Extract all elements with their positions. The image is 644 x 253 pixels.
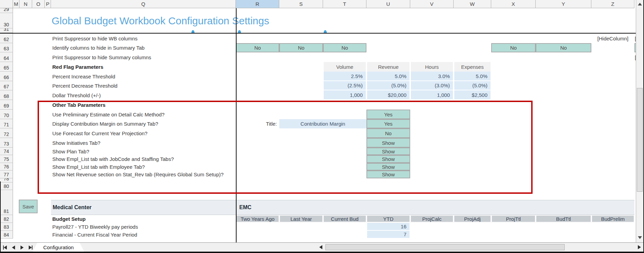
cell-T68[interactable]: 1,000 — [323, 90, 366, 100]
cell-W66[interactable]: 5.0% — [454, 72, 491, 81]
row-header-80[interactable]: 80 — [0, 182, 13, 190]
scroll-left-icon[interactable] — [319, 245, 322, 249]
row-header-84[interactable]: 84 — [0, 231, 13, 239]
cell-Q82[interactable]: Budget Setup — [51, 215, 236, 223]
column-header-T[interactable]: T — [323, 0, 366, 8]
scroll-right-icon[interactable] — [638, 245, 641, 249]
cell-Q83[interactable]: Payroll27 - YTD Biweekly pay periods — [51, 223, 236, 231]
last-sheet-button[interactable] — [28, 245, 33, 250]
row-header-64[interactable]: 64 — [0, 52, 13, 62]
cell-V66[interactable]: 3.0% — [410, 72, 454, 81]
row-header-78[interactable]: 78 — [0, 178, 13, 182]
row-header-31[interactable]: 31 — [0, 28, 13, 33]
row-header-77[interactable]: 77 — [0, 170, 13, 178]
row-header-74[interactable]: 74 — [0, 148, 13, 155]
cell-X82[interactable]: ProjTtl — [491, 215, 536, 223]
cell-Q68[interactable]: Dollar Threshold (+/-) — [51, 90, 236, 100]
cell-U66[interactable]: 5.0% — [366, 72, 410, 81]
scroll-down-icon[interactable] — [638, 236, 642, 239]
cell-T67[interactable]: (2.5%) — [323, 81, 366, 90]
previous-sheet-button[interactable] — [11, 245, 16, 250]
column-header-W[interactable]: W — [454, 0, 491, 8]
row-header-70[interactable]: 70 — [0, 110, 13, 119]
tab-configuration[interactable]: Configuration — [32, 243, 84, 252]
cell-Q65[interactable]: Red Flag Parameters — [51, 62, 236, 72]
column-header-X[interactable]: X — [491, 0, 536, 8]
cell-T82[interactable]: Current Bud — [323, 215, 366, 223]
column-header-U[interactable]: U — [366, 0, 410, 8]
column-header-O[interactable]: O — [32, 0, 45, 8]
row-header-82[interactable]: 82 — [0, 215, 13, 223]
column-header-S[interactable]: S — [279, 0, 323, 8]
row-header-66[interactable]: 66 — [0, 72, 13, 81]
cell-V68[interactable]: 1,000 — [410, 90, 454, 100]
horizontal-scroll-thumb[interactable] — [325, 244, 565, 250]
cell-R82[interactable]: Two Years Ago — [236, 215, 279, 223]
first-sheet-button[interactable] — [2, 245, 8, 250]
cell-U68[interactable]: $20,000 — [366, 90, 410, 100]
column-header-R[interactable]: R — [236, 0, 279, 8]
row-header-75[interactable]: 75 — [0, 155, 13, 163]
cell-S82[interactable]: Last Year — [279, 215, 323, 223]
cell-U67[interactable]: (5.0%) — [366, 81, 410, 90]
column-header-Z[interactable]: Z — [591, 0, 634, 8]
row-header-72[interactable]: 72 — [0, 128, 13, 138]
cell-U65[interactable]: Revenue — [366, 62, 410, 72]
row-header-67[interactable]: 67 — [0, 81, 13, 90]
row-header-73[interactable]: 73 — [0, 138, 13, 148]
cell-T65[interactable]: Volume — [323, 62, 366, 72]
emc-label[interactable]: EMC — [237, 200, 321, 215]
row-header-83[interactable]: 83 — [0, 223, 13, 231]
column-header-Q[interactable]: Q — [51, 0, 236, 8]
cell-U83[interactable]: 16 — [366, 223, 410, 231]
row-header-71[interactable]: 71 — [0, 119, 13, 128]
scroll-up-icon[interactable] — [638, 3, 642, 5]
row-header-62[interactable]: 62 — [0, 34, 13, 43]
save-button[interactable]: Save — [19, 200, 38, 213]
cell-X63[interactable]: No — [491, 43, 536, 52]
cell-Y63[interactable]: No — [536, 43, 591, 52]
cell-Q67[interactable]: Percent Decrease Threshold — [51, 81, 236, 90]
cell-V67[interactable]: (3.0%) — [410, 81, 454, 90]
cell-W65[interactable]: Expenses — [454, 62, 491, 72]
row-header-76[interactable]: 76 — [0, 163, 13, 170]
cell-Q66[interactable]: Percent Increase Threshold — [51, 72, 236, 81]
cell-R63[interactable]: No — [236, 43, 279, 52]
next-sheet-button[interactable] — [19, 245, 25, 250]
cell-Z82[interactable]: BudPrelim — [591, 215, 634, 223]
cell-Q62[interactable]: Print Suppressor to hide WB columns — [51, 34, 236, 43]
column-header-Y[interactable]: Y — [536, 0, 591, 8]
column-header-P[interactable]: P — [45, 0, 51, 8]
cell-V82[interactable]: ProjCalc — [410, 215, 454, 223]
cell-T66[interactable]: 2.5% — [323, 72, 366, 81]
row-header-65[interactable]: 65 — [0, 62, 13, 72]
vertical-scrollbar[interactable] — [636, 0, 643, 242]
cell-Q84[interactable]: Financial - Current Fiscal Year Period — [51, 231, 236, 239]
cell-W67[interactable]: (5.0%) — [454, 81, 491, 90]
vertical-scroll-thumb[interactable] — [637, 88, 643, 192]
cell-U82[interactable]: YTD — [366, 215, 410, 223]
cell-V65[interactable]: Hours — [410, 62, 454, 72]
cell-W68[interactable]: $2,500 — [454, 90, 491, 100]
page-title[interactable]: Global Budget Workbook Configuration Set… — [51, 13, 634, 28]
cell-Q64[interactable]: Print Suppressor to hide Summary columns — [51, 52, 236, 62]
row-header-69[interactable]: 69 — [0, 100, 13, 110]
tab-navigation — [2, 243, 33, 252]
row-header-30[interactable]: 30 — [0, 13, 13, 28]
cell-Y82[interactable]: BudTtl — [536, 215, 591, 223]
column-header-N[interactable]: N — [19, 0, 32, 8]
column-header-M[interactable]: M — [13, 0, 19, 8]
cell-Q63[interactable]: Identify columns to hide in Summary Tab — [51, 43, 236, 52]
hidecolumn-tag[interactable]: [HideColumn] — [591, 34, 634, 43]
cell-S63[interactable]: No — [279, 43, 323, 52]
row-header-81[interactable]: 81 — [0, 190, 13, 215]
cell-U84[interactable]: 7 — [366, 231, 410, 239]
row-header-68[interactable]: 68 — [0, 90, 13, 100]
row-header-63[interactable]: 63 — [0, 43, 13, 52]
column-header-V[interactable]: V — [410, 0, 454, 8]
cell-T63[interactable]: No — [323, 43, 366, 52]
cell-W82[interactable]: ProjAdj — [454, 215, 491, 223]
medical-center-label[interactable]: Medical Center — [50, 200, 236, 215]
select-all-corner[interactable] — [0, 0, 13, 8]
row-header-29[interactable]: 29 — [0, 8, 13, 13]
